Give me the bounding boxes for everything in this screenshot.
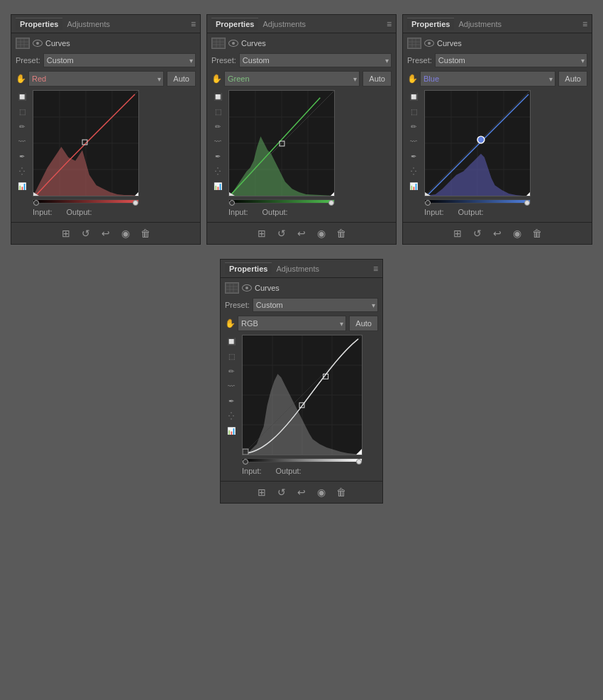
histogram-rgb[interactable]: 📊 [225,424,238,437]
eyedropper1-rgb[interactable]: 🔲 [225,335,238,348]
undo2-icon-rgb[interactable]: ↺ [275,485,289,499]
undo2-icon-blue[interactable]: ↺ [470,226,485,240]
gradient-slider-rgb [242,457,378,464]
tab-adjustments-red[interactable]: Adjustments [62,18,114,30]
visibility-icon-blue[interactable] [424,40,434,47]
input-label-green: Input: [228,208,248,216]
smooth-green[interactable]: ⁛ [211,165,224,177]
undo-icon-blue[interactable]: ↩ [490,226,504,240]
panel-body-red: Curves Preset: Custom ✋ Red Auto [11,33,200,219]
eyedropper4-blue[interactable]: 〰 [407,135,420,148]
eyedropper4-green[interactable]: 〰 [211,135,224,148]
eyedropper3-red[interactable]: ✏ [16,120,28,133]
eyedropper1-green[interactable]: 🔲 [211,90,224,103]
panel-menu-icon-blue[interactable]: ≡ [582,19,587,29]
histogram-green[interactable]: 📊 [211,179,224,192]
channel-hand-icon-rgb[interactable]: ✋ [225,318,238,328]
undo2-icon-red[interactable]: ↺ [79,226,93,240]
eyedropper3-rgb[interactable]: ✏ [225,365,238,377]
visibility-icon-green[interactable] [228,40,238,47]
delete-icon-blue[interactable]: 🗑 [530,226,544,240]
tab-adjustments-rgb[interactable]: Adjustments [272,263,323,274]
eyedropper4-red[interactable]: 〰 [16,135,28,148]
pencil-rgb[interactable]: ✒ [225,394,238,407]
tab-adjustments-green[interactable]: Adjustments [258,18,310,30]
preset-select-red[interactable]: Custom [43,53,196,67]
svg-marker-15 [135,192,138,196]
io-row-green: Input: Output: [228,208,392,216]
preset-select-rgb[interactable]: Custom [253,298,378,312]
delete-icon-green[interactable]: 🗑 [334,226,348,240]
eyedropper1-blue[interactable]: 🔲 [407,90,420,103]
panel-menu-icon-rgb[interactable]: ≡ [373,264,378,274]
svg-rect-16 [213,39,224,48]
eye-icon-red[interactable]: ◉ [118,226,133,240]
auto-button-red[interactable]: Auto [167,71,196,87]
curves-header-rgb: Curves [225,282,378,294]
channel-hand-icon-blue[interactable]: ✋ [407,74,420,84]
eyedropper3-blue[interactable]: ✏ [407,120,420,133]
eyedropper2-red[interactable]: ⬚ [16,105,28,118]
visibility-icon-rgb[interactable] [242,284,252,291]
auto-button-blue[interactable]: Auto [558,71,587,87]
curves-grid-icon-red [16,38,30,49]
input-label-rgb: Input: [242,467,262,475]
clip-icon-rgb[interactable]: ⊞ [255,485,269,499]
clip-icon-red[interactable]: ⊞ [59,226,73,240]
svg-rect-48 [226,284,238,292]
eye-icon-rgb[interactable]: ◉ [314,485,328,499]
undo-icon-green[interactable]: ↩ [294,226,309,240]
channel-hand-icon-green[interactable]: ✋ [211,74,224,84]
bottom-toolbar-green: ⊞ ↺ ↩ ◉ 🗑 [207,222,396,244]
clip-icon-blue[interactable]: ⊞ [450,226,465,240]
channel-select-blue[interactable]: Blue [420,71,555,87]
eye-icon-blue[interactable]: ◉ [510,226,524,240]
tab-properties-red[interactable]: Properties [16,18,62,30]
tab-properties-rgb[interactable]: Properties [225,262,272,274]
eyedropper2-rgb[interactable]: ⬚ [225,350,238,362]
smooth-blue[interactable]: ⁛ [407,165,420,177]
tab-properties-green[interactable]: Properties [211,18,258,30]
eyedropper2-blue[interactable]: ⬚ [407,105,420,118]
histogram-blue[interactable]: 📊 [407,179,420,192]
smooth-red[interactable]: ⁛ [16,165,28,177]
io-row-rgb: Input: Output: [242,467,378,475]
smooth-rgb[interactable]: ⁛ [225,409,238,422]
eyedropper2-green[interactable]: ⬚ [211,105,224,118]
channel-select-red[interactable]: Red [28,71,164,87]
curve-canvas-box-rgb [242,335,363,455]
channel-select-rgb[interactable]: RGB [238,316,346,331]
pencil-green[interactable]: ✒ [211,150,224,162]
histogram-red[interactable]: 📊 [16,179,28,192]
svg-rect-29 [280,141,284,146]
curves-title-rgb: Curves [255,284,280,292]
channel-select-green[interactable]: Green [224,71,360,87]
channel-hand-icon-red[interactable]: ✋ [16,74,28,84]
preset-select-blue[interactable]: Custom [435,53,587,67]
undo2-icon-green[interactable]: ↺ [275,226,289,240]
preset-select-green[interactable]: Custom [239,53,392,67]
pencil-red[interactable]: ✒ [16,150,28,162]
bottom-toolbar-rgb: ⊞ ↺ ↩ ◉ 🗑 [221,481,382,503]
delete-icon-red[interactable]: 🗑 [138,226,153,240]
eyedropper1-red[interactable]: 🔲 [16,90,28,103]
undo-icon-rgb[interactable]: ↩ [294,485,309,499]
panel-body-green: Curves Preset: Custom ✋ Green Auto [207,33,396,219]
svg-rect-32 [409,39,420,48]
tab-adjustments-blue[interactable]: Adjustments [454,18,506,30]
eye-icon-green[interactable]: ◉ [314,226,328,240]
curve-canvas-blue [424,90,587,205]
pencil-blue[interactable]: ✒ [407,150,420,162]
eyedropper4-rgb[interactable]: 〰 [225,379,238,392]
panel-menu-icon-red[interactable]: ≡ [191,19,196,29]
clip-icon-green[interactable]: ⊞ [255,226,269,240]
delete-icon-rgb[interactable]: 🗑 [334,485,348,499]
auto-button-green[interactable]: Auto [363,71,392,87]
undo-icon-red[interactable]: ↩ [99,226,113,240]
auto-button-rgb[interactable]: Auto [349,316,378,331]
eyedropper3-green[interactable]: ✏ [211,120,224,133]
panel-menu-icon-green[interactable]: ≡ [387,19,392,29]
curve-tools-green: 🔲 ⬚ ✏ 〰 ✒ ⁛ 📊 [211,90,227,192]
visibility-icon-red[interactable] [33,40,43,47]
tab-properties-blue[interactable]: Properties [407,18,454,30]
